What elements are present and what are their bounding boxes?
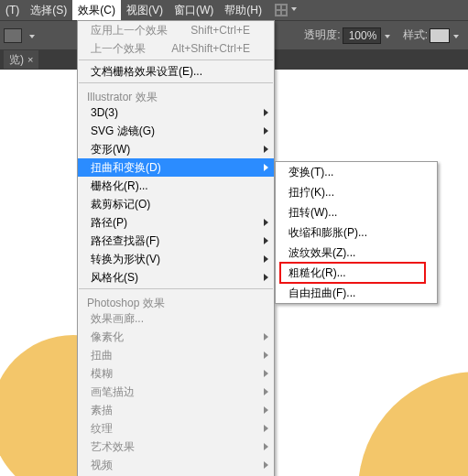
menu-doc-raster-settings[interactable]: 文档栅格效果设置(E)... (78, 62, 274, 81)
menu-effect-gallery[interactable]: 效果画廊... (78, 309, 274, 328)
artwork-shape (358, 372, 468, 476)
style-label: 样式: (403, 27, 428, 43)
menu-crop-marks[interactable]: 裁剪标记(O) (78, 195, 274, 213)
fill-swatch[interactable] (4, 28, 22, 43)
shortcut-label: Alt+Shift+Ctrl+E (171, 39, 250, 58)
chevron-down-icon[interactable] (27, 31, 37, 40)
chevron-down-icon (289, 4, 299, 13)
submenu-pucker[interactable]: 扭拧(K)... (276, 182, 437, 202)
menu-pixelate[interactable]: 像素化 (78, 328, 274, 346)
menu-section-illustrator: Illustrator 效果 (78, 85, 274, 103)
menu-view[interactable]: 视图(V) (121, 0, 169, 20)
chevron-down-icon[interactable] (452, 31, 461, 40)
chevron-down-icon[interactable] (383, 31, 392, 40)
menu-item-label: 上一个效果 (91, 42, 146, 55)
distort-transform-submenu: 变换(T)... 扭拧(K)... 扭转(W)... 收缩和膨胀(P)... 波… (275, 161, 438, 304)
grid-icon (275, 4, 288, 16)
menu-distort-ps[interactable]: 扭曲 (78, 346, 274, 364)
submenu-pucker-bloat[interactable]: 收缩和膨胀(P)... (276, 222, 437, 243)
shortcut-label: Shift+Ctrl+E (190, 21, 250, 39)
menu-bar: (T) 选择(S) 效果(C) 视图(V) 窗口(W) 帮助(H) (0, 0, 468, 20)
menu-artistic[interactable]: 艺术效果 (78, 438, 274, 456)
menu-stylize-ai[interactable]: 风格化(S) (78, 268, 274, 287)
menu-window[interactable]: 窗口(W) (169, 0, 219, 20)
menu-convert-to-shape[interactable]: 转换为形状(V) (78, 250, 274, 268)
menu-separator (79, 60, 273, 60)
menu-help[interactable]: 帮助(H) (219, 0, 267, 20)
menu-brush-strokes[interactable]: 画笔描边 (78, 383, 274, 401)
opacity-input[interactable]: 100% (343, 27, 381, 44)
submenu-zigzag[interactable]: 波纹效果(Z)... (276, 243, 437, 263)
menu-item-label: 应用上一个效果 (91, 24, 168, 37)
menu-select[interactable]: 选择(S) (25, 0, 72, 20)
submenu-free-distort[interactable]: 自由扭曲(F)... (276, 283, 437, 303)
menu-apply-last-effect[interactable]: 应用上一个效果 Shift+Ctrl+E (78, 21, 274, 39)
menu-separator (79, 288, 273, 289)
document-tab[interactable]: 览) × (4, 50, 38, 69)
menu-rasterize[interactable]: 栅格化(R)... (78, 177, 274, 195)
effect-menu: 应用上一个效果 Shift+Ctrl+E 上一个效果 Alt+Shift+Ctr… (77, 20, 275, 476)
close-icon[interactable]: × (27, 50, 33, 69)
menu-last-effect[interactable]: 上一个效果 Alt+Shift+Ctrl+E (78, 39, 274, 58)
menu-effect[interactable]: 效果(C) (72, 0, 121, 20)
menu-blur[interactable]: 模糊 (78, 364, 274, 383)
menu-type[interactable]: (T) (0, 0, 25, 20)
menu-sketch[interactable]: 素描 (78, 401, 274, 419)
menu-video[interactable]: 视频 (78, 456, 274, 474)
menu-pathfinder[interactable]: 路径查找器(F) (78, 232, 274, 250)
menu-separator (79, 82, 273, 83)
menu-section-photoshop: Photoshop 效果 (78, 291, 274, 309)
submenu-twist[interactable]: 扭转(W)... (276, 202, 437, 222)
style-swatch[interactable] (430, 28, 450, 43)
menu-distort-transform[interactable]: 扭曲和变换(D) (78, 158, 274, 177)
menu-warp[interactable]: 变形(W) (78, 140, 274, 158)
menu-3d[interactable]: 3D(3) (78, 103, 274, 122)
submenu-roughen[interactable]: 粗糙化(R)... (276, 263, 437, 283)
menu-svg-filters[interactable]: SVG 滤镜(G) (78, 122, 274, 140)
menu-texture[interactable]: 纹理 (78, 419, 274, 438)
workspace-switcher[interactable] (275, 4, 299, 16)
menu-path[interactable]: 路径(P) (78, 213, 274, 232)
opacity-field: 透明度: 100% 样式: (304, 27, 461, 44)
submenu-transform[interactable]: 变换(T)... (276, 162, 437, 182)
tab-title: 览) (9, 50, 24, 69)
opacity-label: 透明度: (304, 27, 340, 43)
